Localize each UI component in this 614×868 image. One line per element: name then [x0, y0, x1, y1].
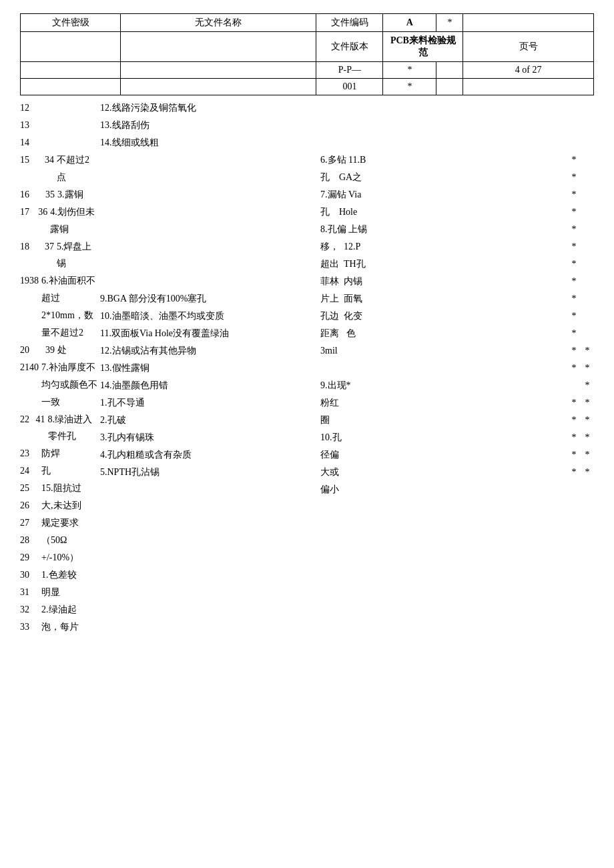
line-15: 1534不超过2 点: [20, 151, 100, 186]
row3-empty2: [121, 62, 316, 79]
line-24: 24孔: [20, 462, 100, 480]
line-22: 22418.绿油进入零件孔: [20, 411, 100, 446]
line-33: 33泡，每片: [20, 618, 100, 636]
mid-16: [100, 169, 320, 186]
mid-33: 5.NPTH孔沾锡: [100, 464, 320, 481]
line-30: 301.色差较: [20, 566, 100, 584]
mid-28: 14.油墨颜色用错: [100, 377, 320, 394]
mid-31: 3.孔内有锡珠: [100, 429, 320, 446]
right-29: 粉红 * *: [320, 394, 594, 412]
mid-29: 1.孔不导通: [100, 394, 320, 412]
mid-19: [100, 221, 320, 238]
line-19: 19386.补油面积不超过2*10mm，数量不超过2: [20, 272, 100, 342]
mid-32: 4.孔内粗糙或含有杂质: [100, 446, 320, 464]
mid-27: 13.假性露铜: [100, 360, 320, 377]
right-column: 6.多钻 11.B * 孔 GA之 * 7.漏钻 Via * 孔 Hole *: [320, 99, 594, 636]
sub-star: *: [383, 79, 436, 95]
line-13: 13: [20, 117, 100, 134]
right-34: 偏小: [320, 481, 594, 498]
right-13: [320, 117, 594, 134]
row4-empty4: [463, 79, 594, 95]
right-25: 距离 色 *: [320, 325, 594, 342]
right-28: 9.出现* *: [320, 377, 594, 394]
mid-25: 11.双面板Via Hole没有覆盖绿油: [100, 325, 320, 342]
right-18: 孔 Hole *: [320, 203, 594, 221]
right-21: 超出 TH孔 *: [320, 256, 594, 273]
version-code: P-P—: [316, 62, 383, 79]
mid-17: [100, 186, 320, 203]
line-18: 18375.焊盘上锡: [20, 238, 100, 273]
line-29: 29+/-10%）: [20, 549, 100, 566]
row4-empty: [21, 79, 121, 95]
mid-20: [100, 238, 320, 256]
right-12: [320, 99, 594, 117]
mid-21: [100, 256, 320, 273]
row4-empty2: [121, 79, 316, 95]
right-16: 孔 GA之 *: [320, 169, 594, 186]
file-code-label: 文件编码: [316, 14, 383, 32]
right-30: 圈 * *: [320, 412, 594, 429]
right-24: 孔边 化变 *: [320, 308, 594, 325]
mid-22: [100, 273, 320, 290]
line-32: 322.绿油起: [20, 601, 100, 618]
mid-30: 2.孔破: [100, 412, 320, 429]
line-31: 31明显: [20, 584, 100, 601]
line-21: 21407.补油厚度不均匀或颜色不一致: [20, 359, 100, 411]
row4-empty3: [436, 79, 463, 95]
line-20: 2039处: [20, 342, 100, 359]
line-27: 27规定要求: [20, 514, 100, 532]
line-17: 17364.划伤但未露铜: [20, 203, 100, 238]
mid-24: 10.油墨暗淡、油墨不均或变质: [100, 308, 320, 325]
row3-empty3: [436, 62, 463, 79]
line-16: 16353.露铜: [20, 186, 100, 203]
line-28: 28（50Ω: [20, 532, 100, 549]
row3-empty: [21, 62, 121, 79]
right-32: 径偏 * *: [320, 446, 594, 464]
file-code-value: A: [383, 14, 436, 32]
left-column: 12 13 14 1534不超过2 点 16353.露铜 17364.划伤但未露…: [20, 99, 100, 636]
right-14: [320, 134, 594, 151]
sub-code: 001: [316, 79, 383, 95]
version-star: *: [383, 62, 436, 79]
page-label: 页号: [463, 32, 594, 62]
right-19: 8.孔偏 上锡 *: [320, 221, 594, 238]
mid-14: 14.线细或线粗: [100, 134, 320, 151]
file-security-label: 文件密级: [21, 14, 121, 32]
mid-18: [100, 203, 320, 221]
mid-15: [100, 151, 320, 169]
page-value: 4 of 27: [463, 62, 594, 79]
row2-empty2: [121, 32, 316, 62]
mid-12: 12.线路污染及铜箔氧化: [100, 99, 320, 117]
right-23: 片上 面氧 *: [320, 290, 594, 308]
mid-column: 12.线路污染及铜箔氧化 13.线路刮伤 14.线细或线粗 9.BGA 部分没有…: [100, 99, 320, 636]
right-31: 10.孔 * *: [320, 429, 594, 446]
line-23: 23防焊: [20, 445, 100, 462]
line-26: 26大,未达到: [20, 497, 100, 514]
right-26: 3mil * *: [320, 342, 594, 360]
row2-empty: [21, 32, 121, 62]
line-25: 2515.阻抗过: [20, 480, 100, 497]
right-22: 菲林 内锡 *: [320, 273, 594, 290]
version-title: PCB来料检验规范: [383, 32, 463, 62]
line-14: 14: [20, 134, 100, 151]
right-33: 大或 * *: [320, 464, 594, 481]
header-star-1: *: [436, 14, 463, 32]
mid-23: 9.BGA 部分没有100%塞孔: [100, 290, 320, 308]
file-version-label: 文件版本: [316, 32, 383, 62]
right-17: 7.漏钻 Via *: [320, 186, 594, 203]
file-name-label: 无文件名称: [121, 14, 316, 32]
line-12: 12: [20, 99, 100, 117]
right-20: 移， 12.P *: [320, 238, 594, 256]
mid-26: 12.沾锡或沾有其他异物: [100, 342, 320, 360]
mid-13: 13.线路刮伤: [100, 117, 320, 134]
right-27: * *: [320, 360, 594, 377]
right-15: 6.多钻 11.B *: [320, 151, 594, 169]
